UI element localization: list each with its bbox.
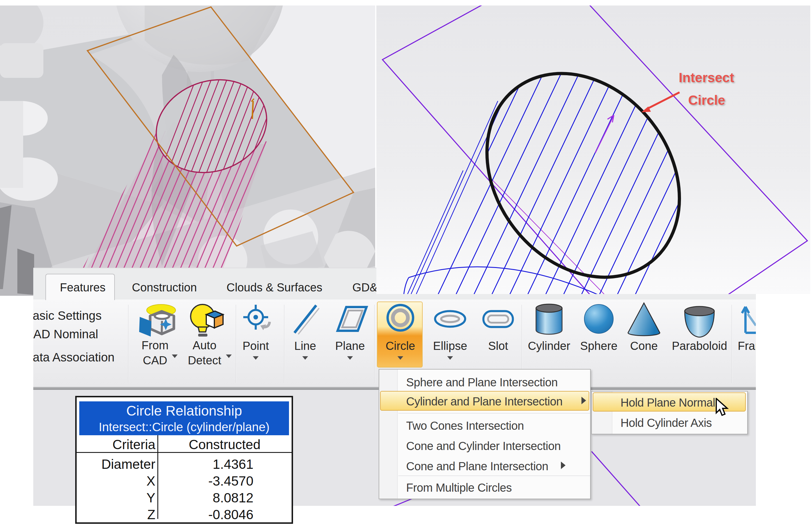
svg-text:Circle: Circle — [688, 92, 725, 108]
svg-text:Intersect: Intersect — [679, 70, 734, 85]
